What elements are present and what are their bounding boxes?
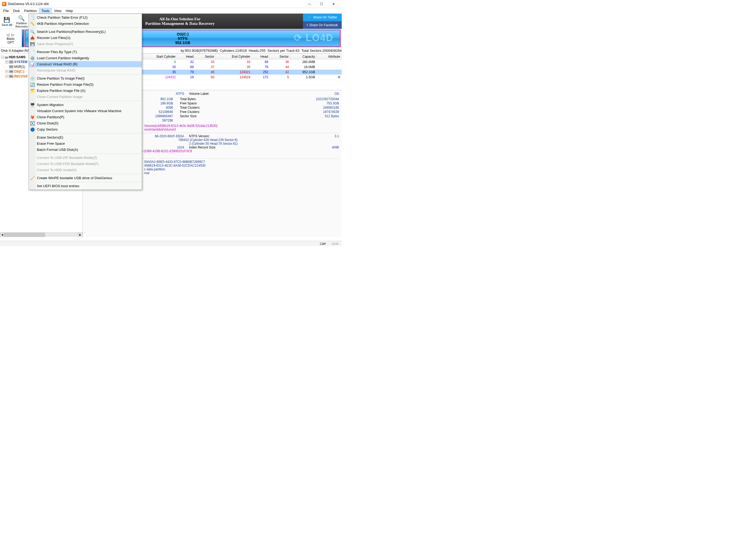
menu-item[interactable]: 💽Clone Disk(D) (29, 120, 142, 126)
expand-icon[interactable]: + (5, 75, 8, 78)
menu-item[interactable]: 📊Construct Virtual RAID (R) (29, 61, 142, 67)
detail-cell (175, 119, 215, 122)
menu-item-label: Set UEFI BIOS boot entries (37, 184, 79, 188)
menu-item[interactable]: Erase Sectors(E) (29, 134, 142, 140)
menu-view[interactable]: View (52, 8, 64, 13)
table-cell (195, 85, 216, 90)
table-cell: 172 (252, 75, 270, 80)
menu-item[interactable]: 📥Recover Lost Files(U) (29, 35, 142, 41)
table-header[interactable]: Sector (195, 54, 216, 60)
menu-item[interactable]: 🧹Create WinPE bootable USB drive of Disk… (29, 175, 142, 181)
table-cell: 19 (177, 75, 195, 80)
basic-label: Basic (7, 37, 14, 41)
table-cell: 79 (252, 65, 270, 70)
table-cell (290, 85, 316, 90)
menu-item-label: Convert To HDD mode(H) (37, 168, 77, 172)
table-cell (316, 80, 341, 85)
table-cell: 42 (270, 70, 290, 75)
menu-item-icon: 📏 (30, 21, 35, 26)
table-cell: 252 (252, 70, 270, 75)
menu-item[interactable]: 🔄Restore Partition From Image File(S) (29, 81, 142, 88)
table-header[interactable]: Attribute (316, 54, 341, 60)
collapse-icon[interactable]: − (1, 56, 4, 59)
table-header[interactable]: End Cylinder (216, 54, 252, 60)
menu-item[interactable]: 🔵Copy Sectors (29, 126, 142, 132)
detail-cell (217, 110, 300, 114)
share-twitter-button[interactable]: 🐦 Share On Twitter (303, 14, 342, 21)
detail-cell (217, 119, 300, 122)
menu-item-label: Copy Sectors (37, 127, 58, 131)
tree-scrollbar[interactable]: ◀ ▶ (0, 232, 82, 237)
menu-item[interactable]: 🔍Search Lost Partitions(Partition Recove… (29, 29, 142, 35)
menu-item-label: Convert To USB-FDD Bootable Mode(F) (37, 162, 99, 166)
mini-bar-2[interactable] (23, 30, 24, 47)
menu-file[interactable]: File (1, 8, 11, 13)
share-facebook-button[interactable]: f Share On Facebook (303, 21, 342, 29)
menu-item[interactable]: Virtualize Current System Into VMware Vi… (29, 108, 142, 114)
table-header[interactable]: Head (177, 54, 195, 60)
scroll-track[interactable] (5, 233, 78, 237)
menu-item[interactable]: Set UEFI BIOS boot entries (29, 183, 142, 189)
menu-item[interactable]: Batch Format USB Disk(A) (29, 147, 142, 153)
basic-gpt-control[interactable]: ◁ ▷ Basic GPT (0, 29, 21, 48)
menu-item-icon: 📄 (30, 50, 35, 54)
menu-item[interactable]: ⚙️Load Current Partition Intelligently (29, 55, 142, 61)
scroll-right-button[interactable]: ▶ (78, 233, 82, 237)
scroll-left-button[interactable]: ◀ (0, 233, 5, 237)
minimize-button[interactable]: — (304, 0, 316, 8)
menu-item[interactable]: 📄Recover Files By Type (T) (29, 49, 142, 55)
gpt-label: GPT (7, 41, 14, 44)
detail-g6lbl: Index Record Size: (184, 146, 238, 149)
partition-recovery-button[interactable]: 🔍 Partition Recovery (14, 14, 29, 29)
menu-item-icon: 🗂️ (30, 88, 35, 93)
menu-item[interactable]: 💿Clone Partition To Image File(I) (29, 75, 142, 81)
adapter-ts-label: Total Sectors: (301, 49, 322, 53)
expand-icon[interactable]: + (5, 61, 8, 64)
table-cell: 79 (177, 70, 195, 75)
tree-label-os: OS(C:) (14, 70, 24, 73)
expand-icon[interactable]: + (5, 70, 8, 73)
menu-item[interactable]: 🦊Clone Partition(P) (29, 114, 142, 120)
scroll-thumb[interactable] (5, 233, 45, 237)
menu-item-label: Close Current Partition Image (37, 95, 82, 99)
menu-item: Close Current Partition Image (29, 94, 142, 100)
save-all-label: Save All (2, 23, 12, 26)
menu-tools[interactable]: Tools (39, 8, 52, 14)
menu-item-icon: 💿 (30, 76, 35, 81)
menu-item-icon: 💽 (30, 121, 35, 126)
menu-item[interactable]: 🗒️Check Partition Table Error (F12) (29, 14, 142, 21)
table-cell: 260.0MB (290, 60, 316, 65)
share-facebook-label: Share On Facebook (309, 23, 338, 27)
menu-item-label: Clone Disk(D) (37, 121, 58, 125)
mini-bar-1[interactable] (22, 30, 23, 47)
menu-item-label: Construct Virtual RAID (R) (37, 62, 77, 66)
adapter-ts: 2000409264 (322, 49, 342, 53)
menu-disk[interactable]: Disk (11, 8, 22, 13)
close-button[interactable]: ✕ (328, 0, 340, 8)
maximize-button[interactable]: ☐ (316, 0, 328, 8)
detail-cell: 753.3GB (302, 101, 339, 105)
table-header[interactable]: Capacity (290, 54, 316, 60)
partition-recovery-label-1: Partition (16, 22, 27, 25)
nav-arrows-icon[interactable]: ◁ ▷ (6, 33, 15, 37)
menu-item[interactable]: 🖥️System Migration (29, 102, 142, 108)
watermark-icon: ⟳ LO4D (294, 32, 333, 44)
menu-item-icon: 📥 (30, 36, 35, 40)
table-header[interactable]: Start Cylinder (139, 54, 177, 60)
menu-item-icon: 💾 (30, 42, 35, 46)
mini-partition-bars[interactable] (22, 30, 24, 47)
table-header[interactable]: Sector (270, 54, 290, 60)
table-header[interactable]: Head (252, 54, 270, 60)
menu-partition[interactable]: Partition (22, 8, 39, 13)
detail-g3v2: 3.1 (302, 134, 339, 138)
save-all-button[interactable]: 💾 Save All (0, 14, 14, 29)
menu-item[interactable]: 📏4KB Partition Alignment Detection (29, 21, 142, 27)
menu-item-label: System Migration (37, 103, 64, 107)
menu-help[interactable]: Help (64, 8, 75, 13)
drive-icon (9, 60, 13, 64)
menu-item[interactable]: 🗂️Explore Partition Image File (G) (29, 88, 142, 94)
table-cell: 37 (195, 65, 216, 70)
table-cell (252, 80, 270, 85)
tree-label-recovery: RECOVE (14, 75, 28, 78)
menu-item[interactable]: Erase Free Space (29, 140, 142, 147)
